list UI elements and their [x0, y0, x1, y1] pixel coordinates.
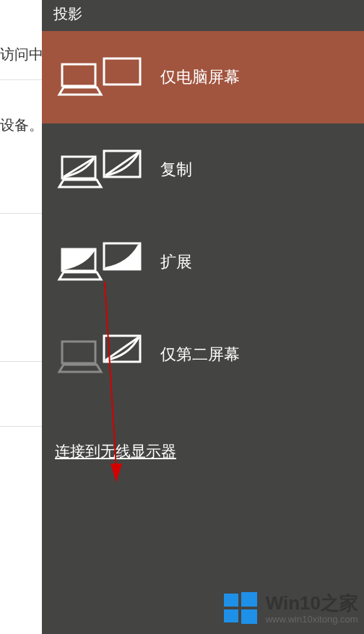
project-option-duplicate[interactable]: 复制: [42, 123, 364, 216]
second-screen-only-icon: [56, 334, 143, 375]
bg-divider: [0, 361, 42, 362]
watermark: Win10之家 www.win10xitong.com: [222, 591, 358, 627]
project-option-pc-only[interactable]: 仅电脑屏幕: [42, 31, 364, 123]
svg-rect-16: [224, 609, 238, 622]
option-label: 复制: [160, 159, 192, 181]
windows-logo-icon: [222, 591, 259, 627]
svg-marker-2: [59, 87, 101, 95]
pc-screen-only-icon: [56, 57, 143, 97]
svg-rect-0: [104, 58, 140, 84]
watermark-title: Win10之家: [266, 594, 358, 612]
project-panel: 投影 仅电脑屏幕 复制: [42, 0, 364, 634]
bg-divider: [0, 213, 42, 214]
svg-rect-10: [62, 342, 95, 363]
svg-rect-15: [241, 592, 257, 607]
connect-wireless-display-link[interactable]: 连接到无线显示器: [55, 441, 176, 461]
panel-title: 投影: [42, 0, 364, 31]
extend-icon: [56, 242, 143, 282]
bg-divider: [0, 426, 42, 427]
svg-marker-11: [59, 365, 101, 372]
svg-marker-5: [59, 180, 101, 187]
duplicate-icon: [56, 149, 143, 190]
svg-rect-17: [241, 609, 257, 624]
svg-rect-14: [224, 594, 238, 607]
bg-text-1: 访问中: [0, 45, 43, 64]
watermark-url: www.win10xitong.com: [266, 614, 358, 625]
watermark-text: Win10之家 www.win10xitong.com: [266, 594, 358, 625]
project-option-extend[interactable]: 扩展: [42, 216, 364, 308]
project-option-second-only[interactable]: 仅第二屏幕: [42, 308, 364, 401]
option-label: 扩展: [160, 251, 192, 273]
svg-rect-1: [62, 64, 95, 86]
option-label: 仅第二屏幕: [160, 344, 240, 365]
bg-divider: [0, 79, 42, 80]
option-label: 仅电脑屏幕: [160, 66, 240, 88]
bg-text-2: 设备。: [0, 116, 43, 135]
svg-marker-8: [59, 272, 101, 279]
